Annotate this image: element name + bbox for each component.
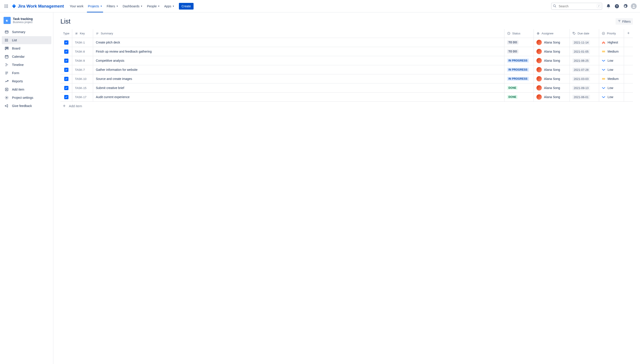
task-key[interactable]: TASK-17	[72, 92, 93, 102]
table-row[interactable]: TASK-7Gather information for websiteIN P…	[60, 65, 633, 74]
assignee-cell[interactable]: Alana Song	[536, 85, 567, 90]
assignee-cell[interactable]: Alana Song	[536, 58, 567, 63]
task-summary[interactable]: Audit current experience	[93, 92, 504, 102]
svg-line-44	[76, 32, 76, 34]
due-date[interactable]: 2021-11-14	[572, 40, 590, 45]
table-row[interactable]: TASK-17Audit current experienceDONEAlana…	[60, 92, 633, 102]
column-header-due-date[interactable]: Due date	[570, 29, 599, 38]
svg-point-52	[602, 32, 605, 34]
priority-cell[interactable]: Medium	[602, 77, 621, 80]
priority-cell[interactable]: Low	[602, 59, 621, 62]
column-header-assignee[interactable]: Assignee	[534, 29, 570, 38]
column-header-type[interactable]: Type	[60, 29, 72, 38]
sidebar-item-summary[interactable]: Summary	[2, 28, 51, 36]
project-header[interactable]: Task tracking Business project	[2, 17, 51, 28]
app-switcher-button[interactable]	[3, 3, 10, 10]
task-summary[interactable]: Submit creative brief	[93, 84, 504, 92]
due-date[interactable]: 2021-01-05	[572, 49, 590, 54]
status-badge[interactable]: DONE	[507, 86, 518, 90]
due-date[interactable]: 2021-06-25	[572, 58, 590, 63]
create-button[interactable]: Create	[179, 3, 193, 10]
search-input[interactable]	[551, 3, 602, 10]
sidebar-item-add[interactable]: Add item	[2, 86, 51, 94]
task-type-icon	[64, 95, 68, 99]
priority-cell[interactable]: Low	[602, 95, 621, 99]
due-date[interactable]: 2021-07-28	[572, 68, 590, 72]
task-summary[interactable]: Gather information for website	[93, 65, 504, 74]
sidebar-item-reports[interactable]: Reports	[2, 77, 51, 85]
task-key[interactable]: TASK-15	[72, 84, 93, 92]
table-row[interactable]: TASK-1Create pitch deckTO DOAlana Song20…	[60, 38, 633, 47]
assignee-cell[interactable]: Alana Song	[536, 94, 567, 100]
priority-icon	[602, 59, 605, 62]
svg-point-38	[6, 97, 7, 98]
task-summary[interactable]: Create pitch deck	[93, 38, 504, 47]
nav-filters[interactable]: Filters▼	[104, 0, 120, 12]
svg-point-13	[633, 5, 634, 6]
sidebar-item-list[interactable]: List	[2, 36, 51, 44]
svg-rect-24	[8, 47, 9, 49]
column-header-status[interactable]: Status	[504, 29, 534, 38]
svg-point-5	[7, 6, 8, 6]
sidebar-item-settings[interactable]: Project settings	[2, 94, 51, 102]
board-icon	[5, 46, 9, 50]
column-header-key[interactable]: Key	[72, 29, 93, 38]
task-key[interactable]: TASK-1	[72, 38, 93, 47]
status-badge[interactable]: IN PROGRESS	[507, 68, 529, 72]
task-key[interactable]: TASK-10	[72, 74, 93, 84]
task-key[interactable]: TASK-8	[72, 47, 93, 56]
status-badge[interactable]: DONE	[507, 95, 518, 99]
sidebar-item-calendar[interactable]: Calendar	[2, 52, 51, 60]
settings-button[interactable]	[622, 3, 629, 10]
due-date[interactable]: 2021-03-03	[572, 76, 590, 81]
status-badge[interactable]: TO DO	[507, 40, 518, 44]
table-row[interactable]: TASK-15Submit creative briefDONEAlana So…	[60, 84, 633, 92]
task-summary[interactable]: Finish up review and feedback gathering	[93, 47, 504, 56]
add-item-row[interactable]: Add item	[60, 102, 633, 110]
table-row[interactable]: TASK-8Finish up review and feedback gath…	[60, 47, 633, 56]
assignee-name: Alana Song	[544, 59, 560, 62]
priority-cell[interactable]: Low	[602, 68, 621, 72]
priority-cell[interactable]: Medium	[602, 50, 621, 53]
nav-your-work[interactable]: Your work	[68, 0, 86, 12]
assignee-avatar	[536, 94, 542, 100]
assignee-cell[interactable]: Alana Song	[536, 49, 567, 54]
assignee-cell[interactable]: Alana Song	[536, 76, 567, 82]
filters-button[interactable]: Filters	[615, 18, 633, 25]
due-date[interactable]: 2021-09-13	[572, 86, 590, 90]
column-header-priority[interactable]: Priority	[599, 29, 624, 38]
sidebar-item-board[interactable]: Board	[2, 44, 51, 52]
table-row[interactable]: TASK-9Competitive analysisIN PROGRESSAla…	[60, 56, 633, 65]
notifications-button[interactable]	[605, 3, 612, 10]
task-key[interactable]: TASK-9	[72, 56, 93, 65]
priority-cell[interactable]: Low	[602, 86, 621, 90]
status-badge[interactable]: IN PROGRESS	[507, 58, 529, 62]
sidebar-item-timeline[interactable]: Timeline	[2, 61, 51, 69]
table-row[interactable]: TASK-10Source and create imagesIN PROGRE…	[60, 74, 633, 84]
task-list-table: Type Key Summary Status Assignee Due dat…	[60, 29, 633, 102]
status-badge[interactable]: TO DO	[507, 50, 518, 54]
nav-apps[interactable]: Apps▼	[162, 0, 177, 12]
add-column-button[interactable]	[624, 29, 633, 38]
assignee-cell[interactable]: Alana Song	[536, 67, 567, 72]
priority-cell[interactable]: Highest	[602, 40, 621, 44]
summary-icon	[5, 30, 9, 34]
status-badge[interactable]: IN PROGRESS	[507, 77, 529, 81]
sidebar-item-form[interactable]: Form	[2, 69, 51, 77]
nav-people[interactable]: People▼	[145, 0, 162, 12]
nav-items: Your work Projects▼ Filters▼ Dashboards▼…	[68, 0, 193, 12]
svg-rect-25	[5, 56, 8, 58]
product-logo[interactable]: Jira Work Management	[12, 4, 64, 9]
profile-button[interactable]	[630, 3, 637, 10]
column-header-summary[interactable]: Summary	[93, 29, 504, 38]
nav-dashboards[interactable]: Dashboards▼	[120, 0, 145, 12]
task-summary[interactable]: Source and create images	[93, 74, 504, 84]
assignee-cell[interactable]: Alana Song	[536, 40, 567, 45]
task-summary[interactable]: Competitive analysis	[93, 56, 504, 65]
assignee-name: Alana Song	[544, 77, 560, 80]
due-date[interactable]: 2021-06-01	[572, 95, 590, 100]
task-key[interactable]: TASK-7	[72, 65, 93, 74]
help-button[interactable]: ?	[613, 3, 620, 10]
sidebar-item-feedback[interactable]: Give feedback	[2, 102, 51, 110]
nav-projects[interactable]: Projects▼	[86, 0, 104, 12]
